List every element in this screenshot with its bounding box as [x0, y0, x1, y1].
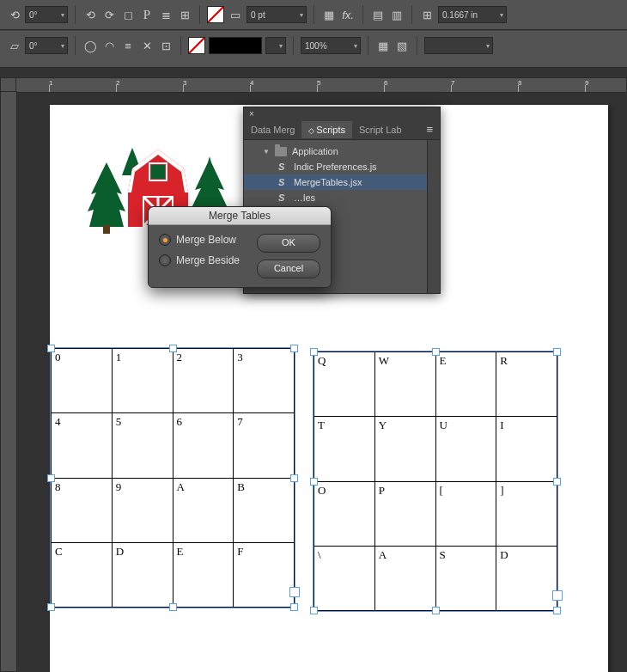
table-cell[interactable]: 8	[52, 478, 113, 542]
paragraph-icon[interactable]: P	[139, 7, 155, 22]
table-cell[interactable]: ]	[496, 481, 557, 546]
table-cell[interactable]: Q	[314, 352, 375, 417]
table-cell[interactable]: R	[496, 352, 557, 417]
align-icon[interactable]: ◻	[120, 7, 136, 22]
table-cell[interactable]: B	[234, 478, 295, 542]
scrollbar[interactable]	[427, 140, 440, 293]
tool-icon-2[interactable]: ◠	[101, 38, 117, 53]
table-cell[interactable]: I	[496, 417, 557, 481]
rotation-dropdown[interactable]: 0°	[25, 6, 68, 23]
panel-header[interactable]: ×	[244, 107, 440, 119]
table-cell[interactable]: E	[435, 352, 496, 417]
flip-h-icon[interactable]: ⟲	[82, 7, 98, 22]
selection-handle[interactable]	[432, 607, 440, 614]
selection-handle[interactable]	[553, 607, 561, 614]
ok-button[interactable]: OK	[257, 234, 320, 253]
table-cell[interactable]: 6	[173, 413, 234, 478]
stroke-swatch[interactable]	[188, 37, 205, 54]
table-cell[interactable]: E	[173, 542, 234, 607]
ruler-vertical	[0, 91, 17, 672]
table-cell[interactable]: C	[52, 542, 113, 607]
align-grid-icon[interactable]: ▥	[389, 7, 405, 22]
opts-icon-1[interactable]: ▦	[375, 38, 391, 53]
table-cell[interactable]: 4	[52, 413, 113, 478]
table-cell[interactable]: 5	[112, 413, 173, 478]
zoom-dropdown[interactable]: 100%	[301, 37, 361, 54]
table-cell[interactable]: Y	[374, 417, 435, 481]
tool-icon-5[interactable]: ⊡	[158, 38, 173, 53]
selection-handle[interactable]	[553, 478, 561, 486]
outport-icon[interactable]	[289, 587, 300, 597]
tree-item-mergetables[interactable]: S MergeTables.jsx	[244, 174, 440, 190]
cancel-button[interactable]: Cancel	[257, 260, 320, 278]
stroke-weight-icon: ▭	[228, 7, 243, 22]
grid-icon-1[interactable]: ▦	[321, 7, 337, 22]
disclosure-icon[interactable]: ▼	[263, 148, 270, 156]
table-cell[interactable]: A	[173, 478, 234, 542]
selection-handle[interactable]	[553, 348, 561, 356]
table-cell[interactable]: 9	[112, 478, 173, 542]
table-cell[interactable]: P	[374, 481, 435, 546]
table-frame-left[interactable]: 0123456789ABCDEF	[50, 347, 295, 608]
table-cell[interactable]: T	[314, 417, 375, 481]
table-cell[interactable]: D	[496, 546, 557, 610]
shear-dropdown[interactable]: 0°	[25, 37, 68, 54]
selection-handle[interactable]	[169, 603, 177, 611]
table-cell[interactable]: U	[435, 417, 496, 481]
table-cell[interactable]: 3	[234, 349, 295, 413]
tree-item-indic[interactable]: S Indic Preferences.js	[244, 159, 440, 174]
table-cell[interactable]: 1	[112, 349, 173, 413]
selection-handle[interactable]	[310, 607, 318, 614]
text-frame-icon[interactable]: ▤	[370, 7, 386, 22]
selection-handle[interactable]	[47, 474, 55, 482]
tab-scripts[interactable]: ◇Scripts	[301, 121, 352, 138]
script-icon: S	[278, 177, 289, 187]
line-style-swatch[interactable]	[209, 37, 262, 54]
selection-handle[interactable]	[310, 348, 318, 356]
radio-merge-beside[interactable]: Merge Beside	[159, 254, 248, 266]
opts-icon-2[interactable]: ▧	[394, 38, 410, 53]
selection-handle[interactable]	[47, 345, 55, 352]
size-input[interactable]: 0.1667 in	[438, 6, 507, 23]
close-icon[interactable]: ×	[247, 109, 256, 118]
table-cell[interactable]: 7	[234, 413, 295, 478]
selection-handle[interactable]	[169, 345, 177, 352]
table-cell[interactable]: \	[314, 546, 375, 610]
selection-handle[interactable]	[290, 474, 298, 482]
table-frame-right[interactable]: QWERTYUIOP[]\ASD	[313, 351, 558, 612]
constrain-icon[interactable]: ⊞	[177, 7, 192, 22]
tab-data-merge[interactable]: Data Merg	[244, 121, 301, 138]
merge-tables-dialog: Merge Tables Merge Below Merge Beside OK…	[148, 206, 332, 288]
tree-item-more[interactable]: S …les	[244, 190, 440, 205]
table-cell[interactable]: F	[234, 542, 295, 607]
flip-v-icon[interactable]: ⟳	[101, 7, 117, 22]
table-cell[interactable]: 2	[173, 349, 234, 413]
link-icon[interactable]: ≣	[158, 7, 173, 22]
panel-tabs: Data Merg ◇Scripts Script Lab ≡	[244, 119, 440, 140]
table-cell[interactable]: W	[374, 352, 435, 417]
radio-merge-below[interactable]: Merge Below	[159, 234, 248, 246]
selection-handle[interactable]	[432, 348, 440, 356]
fx-label[interactable]: fx.	[340, 7, 356, 22]
table-cell[interactable]: [	[435, 481, 496, 546]
preset-dropdown[interactable]	[424, 37, 493, 54]
tree-folder-application[interactable]: ▼ Application	[244, 144, 440, 159]
tool-icon-1[interactable]: ◯	[82, 38, 98, 53]
selection-handle[interactable]	[310, 478, 318, 486]
table-cell[interactable]: A	[374, 546, 435, 610]
outport-icon[interactable]	[552, 590, 563, 601]
table-cell[interactable]: D	[112, 542, 173, 607]
stroke-weight-dropdown[interactable]: 0 pt	[247, 6, 307, 23]
table-cell[interactable]: S	[435, 546, 496, 610]
fill-swatch[interactable]	[207, 6, 224, 23]
tool-icon-4[interactable]: ✕	[139, 38, 155, 53]
line-style-dropdown[interactable]	[265, 37, 286, 54]
selection-handle[interactable]	[290, 603, 298, 611]
panel-menu-icon[interactable]: ≡	[419, 119, 440, 139]
tool-icon-3[interactable]: ≡	[120, 38, 136, 53]
table-cell[interactable]: 0	[52, 349, 113, 413]
table-cell[interactable]: O	[314, 481, 375, 546]
selection-handle[interactable]	[47, 603, 55, 611]
selection-handle[interactable]	[290, 345, 298, 352]
tab-script-labels[interactable]: Script Lab	[352, 121, 409, 138]
